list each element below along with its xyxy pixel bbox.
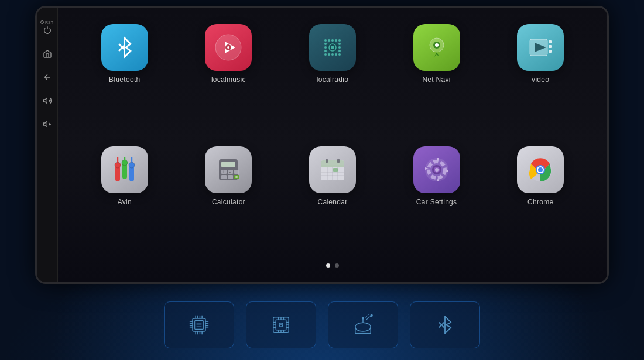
- feature-gps[interactable]: [328, 301, 398, 348]
- app-localradio-label: localradio: [317, 76, 348, 84]
- side-button-panel: RST: [37, 8, 58, 282]
- app-netnavi-label: Net Navi: [422, 76, 450, 84]
- app-carsettings[interactable]: Car Settings: [388, 142, 486, 258]
- home-button[interactable]: [41, 47, 54, 60]
- screen: Bluetooth localmusic: [58, 8, 607, 282]
- feature-circuit[interactable]: [246, 301, 316, 348]
- svg-rect-71: [326, 159, 328, 163]
- svg-point-25: [338, 50, 341, 52]
- svg-point-5: [227, 46, 229, 49]
- power-button[interactable]: [41, 24, 54, 37]
- page-indicator: [76, 258, 590, 270]
- volume-down-button[interactable]: [41, 118, 54, 131]
- svg-rect-70: [333, 168, 338, 172]
- app-avin-label: Avin: [118, 198, 132, 206]
- svg-point-11: [324, 43, 327, 45]
- svg-point-43: [115, 162, 121, 168]
- app-video-label: video: [532, 76, 549, 84]
- svg-rect-52: [221, 162, 235, 167]
- svg-rect-64: [321, 165, 344, 167]
- car-head-unit: RST: [35, 6, 609, 284]
- app-calculator[interactable]: + - = Calculator: [180, 142, 278, 258]
- page-dot-1[interactable]: [326, 263, 330, 268]
- app-bluetooth-label: Bluetooth: [109, 76, 140, 84]
- feature-row: [47, 301, 597, 348]
- svg-point-77: [435, 168, 439, 172]
- svg-point-28: [331, 53, 334, 56]
- back-button[interactable]: [41, 71, 54, 84]
- svg-rect-58: [221, 175, 227, 179]
- app-calendar[interactable]: Calendar: [283, 142, 382, 258]
- app-avin[interactable]: Avin: [76, 142, 174, 258]
- app-chrome-label: Chrome: [527, 198, 553, 206]
- svg-rect-59: [228, 175, 233, 179]
- svg-point-81: [538, 167, 543, 172]
- app-calculator-label: Calculator: [212, 198, 245, 206]
- svg-point-29: [335, 53, 337, 56]
- svg-rect-41: [549, 50, 552, 53]
- app-video[interactable]: video: [491, 19, 590, 136]
- svg-point-20: [338, 46, 341, 49]
- app-chrome[interactable]: Chrome: [491, 142, 590, 258]
- app-localmusic-label: localmusic: [211, 76, 246, 84]
- svg-point-27: [328, 53, 330, 56]
- svg-point-125: [362, 317, 364, 319]
- app-grid: Bluetooth localmusic: [76, 19, 590, 258]
- svg-text:+: +: [222, 170, 225, 174]
- svg-point-49: [129, 162, 135, 168]
- svg-point-26: [324, 53, 327, 56]
- svg-point-6: [324, 39, 327, 42]
- svg-point-10: [338, 39, 341, 42]
- svg-point-8: [331, 39, 334, 42]
- svg-point-21: [324, 50, 327, 52]
- svg-point-15: [338, 43, 341, 45]
- svg-point-30: [338, 53, 341, 56]
- svg-point-16: [324, 46, 327, 49]
- svg-point-36: [435, 43, 439, 47]
- rst-label: RST: [40, 20, 53, 25]
- app-netnavi[interactable]: Net Navi: [388, 19, 486, 136]
- app-localradio[interactable]: localradio: [283, 19, 382, 136]
- volume-up-button[interactable]: [41, 94, 54, 107]
- feature-bluetooth[interactable]: [410, 301, 480, 348]
- svg-point-33: [331, 46, 334, 49]
- svg-rect-39: [549, 40, 552, 43]
- svg-rect-72: [337, 159, 340, 163]
- svg-point-120: [355, 323, 371, 331]
- svg-point-126: [371, 314, 372, 316]
- svg-text:=: =: [235, 175, 238, 179]
- app-localmusic[interactable]: localmusic: [180, 19, 278, 136]
- feature-processor[interactable]: [164, 301, 234, 348]
- svg-point-7: [328, 39, 330, 42]
- svg-rect-40: [549, 45, 552, 48]
- page-dot-2[interactable]: [335, 263, 339, 268]
- app-carsettings-label: Car Settings: [416, 198, 457, 206]
- app-calendar-label: Calendar: [317, 198, 347, 206]
- svg-point-9: [335, 39, 337, 42]
- app-bluetooth[interactable]: Bluetooth: [76, 19, 174, 136]
- svg-point-46: [122, 160, 128, 166]
- svg-rect-57: [234, 170, 239, 174]
